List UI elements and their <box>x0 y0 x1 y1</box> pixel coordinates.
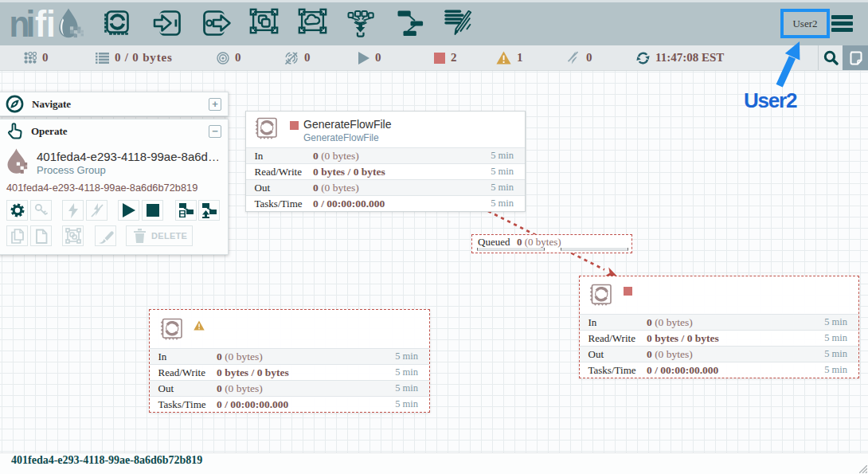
svg-text:f: f <box>35 3 46 44</box>
svg-text:i: i <box>46 3 56 44</box>
svg-text:i: i <box>25 3 35 44</box>
